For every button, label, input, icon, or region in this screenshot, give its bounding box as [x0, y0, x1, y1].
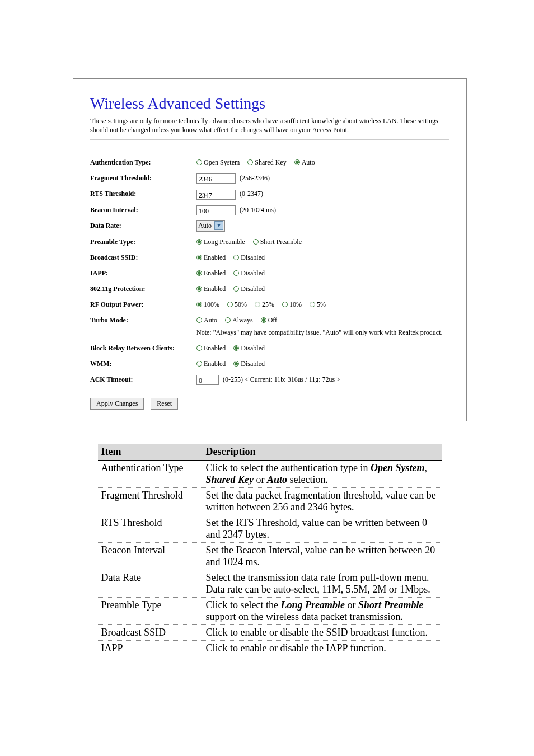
apply-changes-button[interactable]: Apply Changes: [90, 398, 144, 410]
radio-icon: [255, 302, 260, 307]
select-data-rate[interactable]: Auto ▾: [196, 220, 225, 232]
radio-option-preamble-0[interactable]: Long Preamble: [196, 236, 245, 247]
label-block-relay: Block Relay Between Clients:: [90, 342, 196, 354]
radio-icon: [196, 255, 202, 260]
table-cell-item: RTS Threshold: [98, 515, 203, 543]
radio-option-blockrelay-0[interactable]: Enabled: [196, 342, 226, 354]
radio-option-auth-2[interactable]: Auto: [294, 157, 315, 168]
table-cell-description: Click to enable or disable the SSID broa…: [203, 625, 442, 641]
label-iapp: IAPP:: [90, 267, 196, 279]
select-data-rate-value: Auto: [198, 222, 212, 229]
radio-option-rfpower-2[interactable]: 25%: [255, 299, 274, 310]
radio-option-bssid-0[interactable]: Enabled: [196, 252, 226, 263]
radio-icon: [247, 159, 253, 165]
radio-option-bssid-1[interactable]: Disabled: [233, 252, 265, 263]
table-cell-description: Set the Beacon Interval, value can be wr…: [203, 543, 442, 570]
radio-option-iapp-1[interactable]: Disabled: [233, 267, 265, 279]
table-cell-description: Set the data packet fragmentation thresh…: [203, 488, 442, 515]
radio-label: Disabled: [241, 344, 265, 352]
radio-option-turbo-2[interactable]: Off: [261, 314, 277, 326]
control-authentication-type: Open SystemShared KeyAuto: [196, 157, 449, 168]
radio-label: Disabled: [241, 285, 265, 293]
radio-icon: [196, 361, 202, 367]
table-row: Fragment ThresholdSet the data packet fr…: [98, 488, 442, 515]
table-cell-item: IAPP: [98, 641, 203, 656]
label-rf-output-power: RF Output Power:: [90, 299, 196, 310]
radio-option-iapp-0[interactable]: Enabled: [196, 267, 226, 279]
radio-icon: [196, 302, 202, 307]
radio-option-rfpower-3[interactable]: 10%: [282, 299, 302, 310]
radio-label: Disabled: [241, 253, 265, 261]
page-title: Wireless Advanced Settings: [90, 95, 449, 112]
input-fragment-threshold[interactable]: 2346: [196, 173, 236, 184]
radio-option-turbo-0[interactable]: Auto: [196, 314, 217, 326]
radio-option-wmm-1[interactable]: Disabled: [233, 358, 265, 369]
radio-label: Enabled: [204, 285, 226, 293]
radio-label: Enabled: [204, 253, 226, 261]
label-rts-threshold: RTS Threshold:: [90, 188, 196, 199]
table-header-description: Description: [203, 444, 442, 461]
input-rts-threshold[interactable]: 2347: [196, 190, 236, 200]
reset-button[interactable]: Reset: [151, 398, 178, 410]
radio-label: Short Preamble: [260, 238, 302, 246]
row-authentication-type: Authentication Type: Open SystemShared K…: [90, 157, 449, 168]
description-table: Item Description Authentication TypeClic…: [98, 444, 442, 656]
radio-option-auth-0[interactable]: Open System: [196, 157, 240, 168]
note-turbo-mode: Note: "Always" may have compatibility is…: [196, 327, 449, 338]
row-beacon-interval: Beacon Interval: 100 (20-1024 ms): [90, 204, 449, 215]
radio-icon: [196, 286, 202, 292]
radio-option-rfpower-0[interactable]: 100%: [196, 299, 219, 310]
label-80211g-protection: 802.11g Protection:: [90, 283, 196, 294]
radio-icon: [233, 255, 239, 260]
label-preamble-type: Preamble Type:: [90, 236, 196, 247]
radio-option-turbo-1[interactable]: Always: [225, 314, 253, 326]
row-broadcast-ssid: Broadcast SSID: EnabledDisabled: [90, 252, 449, 263]
radio-icon: [233, 345, 239, 351]
radio-icon: [227, 302, 233, 307]
row-rts-threshold: RTS Threshold: 2347 (0-2347): [90, 188, 449, 199]
radio-label: Auto: [204, 316, 217, 324]
hint-beacon-interval: (20-1024 ms): [240, 206, 276, 214]
radio-option-rfpower-4[interactable]: 5%: [310, 299, 326, 310]
input-ack-timeout[interactable]: 0: [196, 375, 219, 385]
row-turbo-mode: Turbo Mode: AutoAlwaysOff Note: "Always"…: [90, 314, 449, 338]
radio-option-rfpower-1[interactable]: 50%: [227, 299, 247, 310]
radio-label: 10%: [289, 300, 302, 308]
divider: [90, 139, 449, 140]
radio-label: Enabled: [204, 269, 226, 277]
input-beacon-interval[interactable]: 100: [196, 205, 236, 215]
radio-icon: [196, 270, 202, 276]
label-beacon-interval: Beacon Interval:: [90, 204, 196, 215]
table-cell-description: Select the transmission data rate from p…: [203, 570, 442, 598]
radio-label: Shared Key: [255, 158, 286, 166]
row-rf-output-power: RF Output Power: 100%50%25%10%5%: [90, 299, 449, 310]
radio-icon: [225, 317, 231, 323]
radio-label: Disabled: [241, 269, 265, 277]
row-wmm: WMM: EnabledDisabled: [90, 358, 449, 369]
table-cell-item: Authentication Type: [98, 461, 203, 488]
table-cell-item: Fragment Threshold: [98, 488, 203, 515]
radio-option-preamble-1[interactable]: Short Preamble: [253, 236, 302, 247]
table-header-item: Item: [98, 444, 203, 461]
radio-label: 25%: [262, 300, 274, 308]
radio-option-prot-0[interactable]: Enabled: [196, 283, 226, 294]
radio-option-wmm-0[interactable]: Enabled: [196, 358, 226, 369]
radio-label: Disabled: [241, 360, 265, 368]
label-wmm: WMM:: [90, 358, 196, 369]
radio-option-prot-1[interactable]: Disabled: [233, 283, 265, 294]
table-cell-item: Data Rate: [98, 570, 203, 598]
row-iapp: IAPP: EnabledDisabled: [90, 267, 449, 279]
table-cell-description: Click to select the authentication type …: [203, 461, 442, 488]
radio-icon: [310, 302, 315, 307]
radio-option-blockrelay-1[interactable]: Disabled: [233, 342, 265, 354]
radio-icon: [233, 270, 239, 276]
hint-ack-timeout: (0-255) < Current: 11b: 316us / 11g: 72u…: [223, 375, 340, 383]
table-cell-item: Beacon Interval: [98, 543, 203, 570]
settings-panel: Wireless Advanced Settings These setting…: [73, 78, 467, 421]
radio-label: 100%: [204, 300, 219, 308]
row-ack-timeout: ACK Timeout: 0 (0-255) < Current: 11b: 3…: [90, 374, 449, 385]
radio-option-auth-1[interactable]: Shared Key: [247, 157, 286, 168]
table-row: IAPPClick to enable or disable the IAPP …: [98, 641, 442, 656]
radio-label: Always: [232, 316, 253, 324]
table-cell-description: Set the RTS Threshold, value can be writ…: [203, 515, 442, 543]
